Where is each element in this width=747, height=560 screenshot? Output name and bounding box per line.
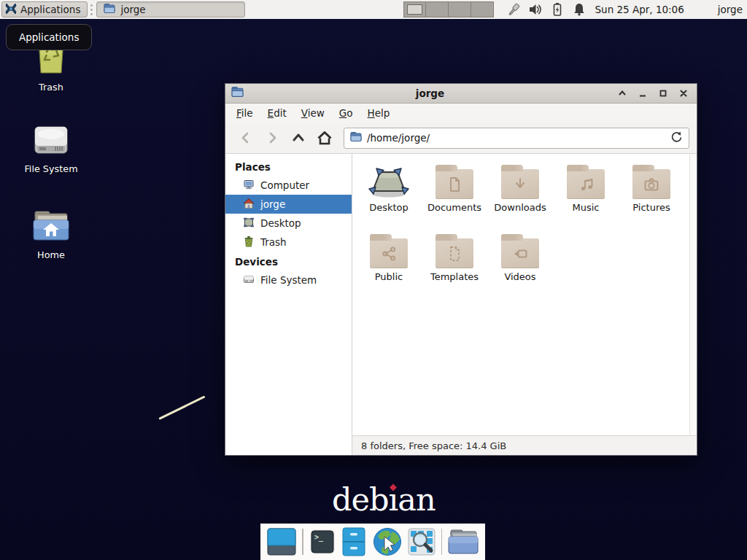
- downloads-folder-icon: [501, 169, 539, 199]
- statusbar: 8 folders, Free space: 14.4 GiB: [352, 435, 697, 455]
- menu-view[interactable]: View: [294, 105, 332, 121]
- menu-file[interactable]: File: [229, 105, 260, 121]
- shade-button[interactable]: [616, 88, 627, 99]
- window-controls: [616, 88, 689, 99]
- trash-small-icon: [243, 236, 255, 249]
- up-button[interactable]: [285, 127, 311, 149]
- harddrive-icon: [33, 122, 69, 160]
- web-browser-launcher[interactable]: [372, 527, 402, 557]
- file-item-public[interactable]: Public: [356, 226, 422, 295]
- debian-logo-text: an: [398, 481, 435, 518]
- file-cabinet-launcher[interactable]: [341, 527, 366, 556]
- file-item-documents[interactable]: Documents: [422, 157, 487, 226]
- file-item-label: Videos: [504, 271, 535, 282]
- taskbar-window-label: jorge: [120, 4, 145, 15]
- sidebar-item-computer[interactable]: Computer: [225, 176, 352, 195]
- documents-folder-icon: [436, 169, 473, 199]
- window-title: jorge: [248, 88, 612, 99]
- sidebar-item-desktop[interactable]: Desktop: [225, 214, 352, 233]
- volume-icon[interactable]: [528, 2, 543, 18]
- system-tray: [506, 2, 587, 18]
- file-item-label: Public: [375, 271, 403, 282]
- panel-user-label[interactable]: jorge: [718, 4, 743, 15]
- desktop-icon-label: Home: [37, 249, 65, 260]
- toolbar: /home/jorge/: [225, 122, 697, 154]
- public-folder-icon: [370, 238, 408, 268]
- menu-help[interactable]: Help: [360, 105, 398, 121]
- file-item-desktop[interactable]: Desktop: [356, 157, 422, 226]
- workspace-2[interactable]: [426, 2, 449, 17]
- sidebar-item-trash[interactable]: Trash: [225, 233, 352, 252]
- maximize-button[interactable]: [657, 88, 668, 99]
- battery-icon[interactable]: [550, 2, 565, 18]
- file-item-music[interactable]: Music: [553, 157, 619, 226]
- applications-tooltip: Applications: [6, 24, 92, 50]
- sidebar-header-places: Places: [225, 157, 352, 176]
- vertical-scrollbar[interactable]: [689, 154, 697, 435]
- notifications-bell-icon[interactable]: [572, 2, 587, 18]
- sidebar-item-label: jorge: [260, 198, 285, 210]
- applications-menu-button[interactable]: Applications: [1, 1, 88, 18]
- folder-launcher[interactable]: [448, 529, 479, 555]
- computer-icon: [243, 179, 255, 192]
- application-finder-launcher[interactable]: [408, 528, 436, 556]
- show-desktop-button[interactable]: [267, 528, 296, 556]
- window-main: Places Computer: [225, 154, 697, 455]
- harddrive-small-icon: [243, 273, 255, 287]
- reload-icon[interactable]: [670, 131, 683, 146]
- path-input[interactable]: /home/jorge/: [367, 132, 665, 144]
- desktop-icon-label: File System: [24, 163, 77, 174]
- dock-separator: [302, 529, 303, 555]
- path-bar[interactable]: /home/jorge/: [344, 128, 689, 149]
- sidebar-header-devices: Devices: [225, 252, 352, 271]
- dock: >_: [260, 524, 485, 560]
- templates-folder-icon: [436, 238, 473, 268]
- minimize-button[interactable]: [637, 88, 648, 99]
- workspace-4[interactable]: [471, 2, 493, 17]
- desktop-special-icon: [368, 163, 409, 199]
- back-button[interactable]: [233, 127, 259, 149]
- desktop-icon-home[interactable]: Home: [7, 210, 95, 260]
- debian-logo: debıan: [332, 481, 436, 518]
- sidebar-item-label: Computer: [260, 179, 309, 191]
- sidebar-item-label: Desktop: [260, 217, 301, 229]
- menu-edit[interactable]: Edit: [260, 105, 294, 121]
- sidebar-item-label: File System: [260, 274, 317, 286]
- file-grid: Desktop Documents: [356, 157, 692, 295]
- panel-handle[interactable]: [90, 4, 93, 15]
- panel-clock[interactable]: Sun 25 Apr, 10:06: [595, 4, 684, 15]
- desktop-icon-file-system[interactable]: File System: [7, 122, 95, 174]
- window-folder-icon: [231, 86, 244, 101]
- workspace-pager: [403, 1, 494, 18]
- home-button[interactable]: [311, 127, 338, 149]
- svg-text:>_: >_: [314, 533, 324, 542]
- music-folder-icon: [567, 169, 605, 199]
- workspace-3[interactable]: [449, 2, 471, 17]
- file-item-downloads[interactable]: Downloads: [487, 157, 553, 226]
- sidebar-item-file-system[interactable]: File System: [225, 271, 352, 289]
- top-panel: Applications jorge: [0, 0, 747, 19]
- file-item-label: Desktop: [369, 202, 409, 213]
- sidebar-item-label: Trash: [260, 236, 287, 248]
- file-icon-view[interactable]: Desktop Documents: [352, 154, 697, 455]
- menu-go[interactable]: Go: [332, 105, 360, 121]
- file-item-templates[interactable]: Templates: [422, 226, 487, 295]
- file-item-label: Pictures: [632, 202, 670, 213]
- forward-button[interactable]: [259, 127, 285, 149]
- sidebar-item-jorge[interactable]: jorge: [225, 195, 352, 214]
- statusbar-text: 8 folders, Free space: 14.4 GiB: [361, 440, 506, 451]
- path-folder-icon: [350, 131, 362, 145]
- tool-icon[interactable]: [506, 2, 522, 18]
- workspace-window-thumb: [407, 4, 422, 15]
- stray-line-artifact: [158, 395, 205, 419]
- workspace-1[interactable]: [404, 2, 427, 17]
- close-button[interactable]: [678, 88, 689, 99]
- desktop-small-icon: [243, 217, 255, 230]
- file-item-videos[interactable]: Videos: [487, 226, 553, 295]
- menubar: File Edit View Go Help: [225, 104, 697, 122]
- dock-separator: [441, 529, 443, 555]
- file-item-pictures[interactable]: Pictures: [619, 157, 684, 226]
- window-titlebar[interactable]: jorge: [225, 84, 697, 104]
- terminal-launcher[interactable]: >_: [309, 529, 336, 555]
- taskbar-window-button[interactable]: jorge: [96, 1, 245, 18]
